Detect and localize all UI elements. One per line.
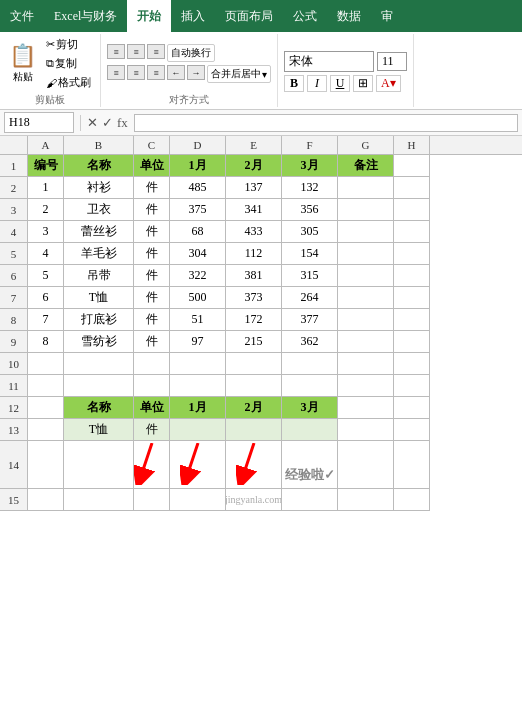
cell-h14[interactable] bbox=[394, 441, 430, 489]
cell-c12[interactable]: 单位 bbox=[134, 397, 170, 419]
cell-a12[interactable] bbox=[28, 397, 64, 419]
cell-a7[interactable]: 6 bbox=[28, 287, 64, 309]
row-header-5[interactable]: 5 bbox=[0, 243, 28, 265]
align-left[interactable]: ≡ bbox=[107, 65, 125, 80]
row-header-9[interactable]: 9 bbox=[0, 331, 28, 353]
cell-c4[interactable]: 件 bbox=[134, 221, 170, 243]
cell-b8[interactable]: 打底衫 bbox=[64, 309, 134, 331]
cell-d7[interactable]: 500 bbox=[170, 287, 226, 309]
cell-b12[interactable]: 名称 bbox=[64, 397, 134, 419]
menu-item-excel[interactable]: Excel与财务 bbox=[44, 0, 127, 32]
cell-d12[interactable]: 1月 bbox=[170, 397, 226, 419]
cell-c7[interactable]: 件 bbox=[134, 287, 170, 309]
cell-d5[interactable]: 304 bbox=[170, 243, 226, 265]
cell-b3[interactable]: 卫衣 bbox=[64, 199, 134, 221]
align-top-left[interactable]: ≡ bbox=[107, 44, 125, 59]
paste-button[interactable]: 📋 粘贴 bbox=[6, 42, 39, 85]
cell-d11[interactable] bbox=[170, 375, 226, 397]
cell-a14[interactable] bbox=[28, 441, 64, 489]
cell-g7[interactable] bbox=[338, 287, 394, 309]
cell-a3[interactable]: 2 bbox=[28, 199, 64, 221]
cell-d8[interactable]: 51 bbox=[170, 309, 226, 331]
cell-e12[interactable]: 2月 bbox=[226, 397, 282, 419]
cell-g11[interactable] bbox=[338, 375, 394, 397]
cell-e7[interactable]: 373 bbox=[226, 287, 282, 309]
cell-f6[interactable]: 315 bbox=[282, 265, 338, 287]
cell-c8[interactable]: 件 bbox=[134, 309, 170, 331]
row-header-11[interactable]: 11 bbox=[0, 375, 28, 397]
cell-f1[interactable]: 3月 bbox=[282, 155, 338, 177]
cell-b7[interactable]: T恤 bbox=[64, 287, 134, 309]
row-header-7[interactable]: 7 bbox=[0, 287, 28, 309]
cell-a10[interactable] bbox=[28, 353, 64, 375]
cell-f9[interactable]: 362 bbox=[282, 331, 338, 353]
row-header-4[interactable]: 4 bbox=[0, 221, 28, 243]
cell-b10[interactable] bbox=[64, 353, 134, 375]
col-header-f[interactable]: F bbox=[282, 136, 338, 154]
align-center[interactable]: ≡ bbox=[127, 65, 145, 80]
cell-e9[interactable]: 215 bbox=[226, 331, 282, 353]
cell-e5[interactable]: 112 bbox=[226, 243, 282, 265]
cell-c6[interactable]: 件 bbox=[134, 265, 170, 287]
col-header-d[interactable]: D bbox=[170, 136, 226, 154]
cell-a1[interactable]: 编号 bbox=[28, 155, 64, 177]
cell-h15[interactable] bbox=[394, 489, 430, 511]
cell-e6[interactable]: 381 bbox=[226, 265, 282, 287]
italic-button[interactable]: I bbox=[307, 75, 327, 92]
cell-d14[interactable] bbox=[170, 441, 226, 489]
cell-f10[interactable] bbox=[282, 353, 338, 375]
font-name-input[interactable]: 宋体 bbox=[284, 51, 374, 72]
cell-b11[interactable] bbox=[64, 375, 134, 397]
cell-a4[interactable]: 3 bbox=[28, 221, 64, 243]
row-header-8[interactable]: 8 bbox=[0, 309, 28, 331]
cell-a13[interactable] bbox=[28, 419, 64, 441]
cell-d10[interactable] bbox=[170, 353, 226, 375]
cell-g13[interactable] bbox=[338, 419, 394, 441]
cell-h3[interactable] bbox=[394, 199, 430, 221]
menu-item-data[interactable]: 数据 bbox=[327, 0, 371, 32]
cell-g10[interactable] bbox=[338, 353, 394, 375]
cell-d4[interactable]: 68 bbox=[170, 221, 226, 243]
col-header-g[interactable]: G bbox=[338, 136, 394, 154]
cell-ref-box[interactable]: H18 bbox=[4, 112, 74, 133]
cell-c14[interactable] bbox=[134, 441, 170, 489]
underline-button[interactable]: U bbox=[330, 75, 350, 92]
align-right[interactable]: ≡ bbox=[147, 65, 165, 80]
cell-b13[interactable]: T恤 bbox=[64, 419, 134, 441]
bold-button[interactable]: B bbox=[284, 75, 304, 92]
cell-h13[interactable] bbox=[394, 419, 430, 441]
cell-d2[interactable]: 485 bbox=[170, 177, 226, 199]
cell-e11[interactable] bbox=[226, 375, 282, 397]
cell-h4[interactable] bbox=[394, 221, 430, 243]
cell-f7[interactable]: 264 bbox=[282, 287, 338, 309]
cell-h11[interactable] bbox=[394, 375, 430, 397]
cell-d13[interactable] bbox=[170, 419, 226, 441]
cell-e1[interactable]: 2月 bbox=[226, 155, 282, 177]
col-header-a[interactable]: A bbox=[28, 136, 64, 154]
cell-c5[interactable]: 件 bbox=[134, 243, 170, 265]
cell-e8[interactable]: 172 bbox=[226, 309, 282, 331]
row-header-14[interactable]: 14 bbox=[0, 441, 28, 489]
col-header-h[interactable]: H bbox=[394, 136, 430, 154]
cell-f13[interactable] bbox=[282, 419, 338, 441]
cell-h7[interactable] bbox=[394, 287, 430, 309]
cell-f14[interactable]: 经验啦✓ bbox=[282, 441, 338, 489]
cell-d9[interactable]: 97 bbox=[170, 331, 226, 353]
fill-color-button[interactable]: A▾ bbox=[376, 75, 401, 92]
cell-h8[interactable] bbox=[394, 309, 430, 331]
cell-d6[interactable]: 322 bbox=[170, 265, 226, 287]
formula-input[interactable] bbox=[134, 114, 518, 132]
cell-e2[interactable]: 137 bbox=[226, 177, 282, 199]
cell-e3[interactable]: 341 bbox=[226, 199, 282, 221]
cell-d1[interactable]: 1月 bbox=[170, 155, 226, 177]
cell-b14[interactable] bbox=[64, 441, 134, 489]
row-header-12[interactable]: 12 bbox=[0, 397, 28, 419]
cell-g9[interactable] bbox=[338, 331, 394, 353]
cell-a6[interactable]: 5 bbox=[28, 265, 64, 287]
cell-e14[interactable] bbox=[226, 441, 282, 489]
cell-a5[interactable]: 4 bbox=[28, 243, 64, 265]
cell-f4[interactable]: 305 bbox=[282, 221, 338, 243]
cell-b2[interactable]: 衬衫 bbox=[64, 177, 134, 199]
menu-item-formula[interactable]: 公式 bbox=[283, 0, 327, 32]
confirm-icon[interactable]: ✓ bbox=[102, 115, 113, 131]
